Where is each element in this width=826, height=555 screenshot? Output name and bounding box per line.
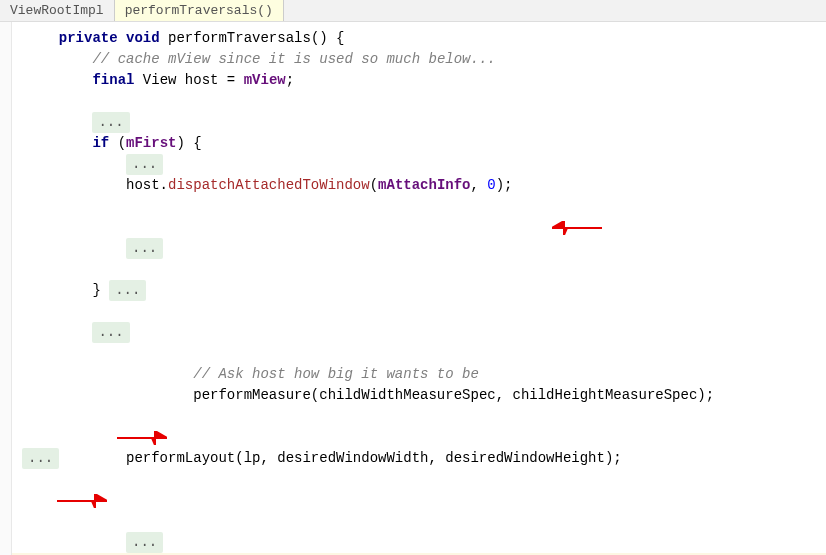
code-line: host.dispatchAttachedToWindow(mAttachInf… — [12, 175, 826, 238]
type: View — [143, 72, 177, 88]
code-line — [12, 301, 826, 322]
breadcrumb-method[interactable]: performTraversals() — [115, 0, 284, 21]
fold-marker[interactable]: ... — [92, 112, 129, 133]
code-line — [12, 343, 826, 364]
fold-marker[interactable]: ... — [126, 154, 163, 175]
code-line — [12, 91, 826, 112]
code-line: ... — [12, 112, 826, 133]
var-attachinfo: mAttachInfo — [378, 177, 470, 193]
call-layout: performLayout(lp, desiredWindowWidth, de… — [126, 450, 622, 466]
code-line: ... — [12, 532, 826, 553]
breadcrumb: ViewRootImpl performTraversals() — [0, 0, 826, 22]
code-line: final View host = mView; — [12, 70, 826, 91]
code-line: // cache mView since it is used so much … — [12, 49, 826, 70]
code-line: ... — [12, 154, 826, 175]
code-line: // Ask host how big it wants to be — [12, 364, 826, 385]
fold-marker[interactable]: ... — [109, 280, 146, 301]
keyword-final: final — [92, 72, 134, 88]
comment: // Ask host how big it wants to be — [193, 366, 479, 382]
fold-marker[interactable]: ... — [126, 238, 163, 259]
method-name: performTraversals — [168, 30, 311, 46]
code-line: ... — [12, 322, 826, 343]
code-line — [12, 259, 826, 280]
code-line: performLayout(lp, desiredWindowWidth, de… — [12, 448, 826, 511]
keyword-if: if — [92, 135, 109, 151]
keyword-private: private — [59, 30, 118, 46]
code-line: if (mFirst) { — [12, 133, 826, 154]
code-editor[interactable]: private void performTraversals() { // ca… — [0, 22, 826, 555]
code-line: performMeasure(childWidthMeasureSpec, ch… — [12, 385, 826, 448]
editor-gutter — [0, 22, 12, 555]
arrow-icon — [57, 452, 107, 466]
code-line: private void performTraversals() { — [12, 28, 826, 49]
num-zero: 0 — [487, 177, 495, 193]
var: host — [185, 72, 219, 88]
fold-marker[interactable]: ... — [126, 532, 163, 553]
call-dispatch: dispatchAttachedToWindow — [168, 177, 370, 193]
code-line — [12, 511, 826, 532]
arrow-icon — [117, 389, 167, 403]
keyword-void: void — [126, 30, 160, 46]
var-mview: mView — [244, 72, 286, 88]
arrow-icon — [552, 179, 602, 193]
breadcrumb-class[interactable]: ViewRootImpl — [0, 0, 115, 21]
call-measure: performMeasure(childWidthMeasureSpec, ch… — [193, 387, 714, 403]
fold-marker[interactable]: ... — [92, 322, 129, 343]
code-line: } ... — [12, 280, 826, 301]
comment: // cache mView since it is used so much … — [92, 51, 495, 67]
code-line: ... — [12, 238, 826, 259]
var-mfirst: mFirst — [126, 135, 176, 151]
